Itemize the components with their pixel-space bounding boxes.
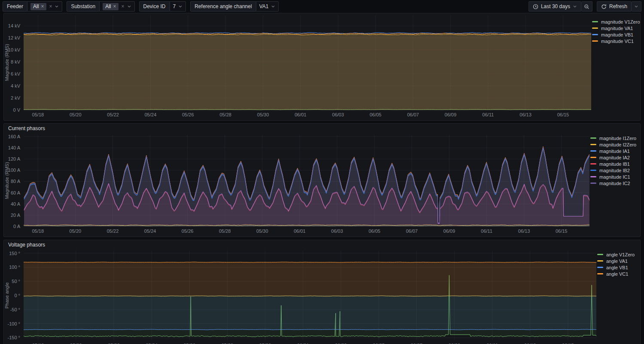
refresh-interval-button[interactable] [632, 1, 641, 12]
filter-value-dropdown[interactable]: All × × [27, 1, 62, 12]
dashboard-toolbar: Feeder All × × Substation All × × [0, 0, 644, 13]
legend-label: angle VA1 [606, 259, 628, 264]
legend-item[interactable]: angle VC1 [597, 271, 638, 277]
y-tick-label: 20 A [11, 213, 21, 218]
legend-item[interactable]: magnitude I1Zero [590, 135, 638, 141]
legend-item[interactable]: magnitude I2Zero [590, 141, 638, 148]
x-tick-label: 05/24 [145, 112, 157, 117]
legend-label: magnitude IC2 [599, 181, 630, 186]
legend-item[interactable]: magnitude IA1 [590, 148, 638, 154]
zoom-out-button[interactable] [581, 1, 592, 12]
panel-current-phasors: Current phasors0 A20 A40 A60 A80 A100 A1… [3, 123, 641, 237]
legend-item[interactable]: magnitude IC1 [590, 174, 638, 180]
legend-label: angle VB1 [606, 265, 628, 270]
filter-value-text: 7 [173, 3, 176, 9]
clear-icon[interactable]: × [49, 4, 52, 9]
y-tick-label: 4 kV [11, 83, 21, 88]
x-tick-label: 05/22 [107, 112, 119, 117]
x-tick-label: 05/30 [256, 228, 268, 234]
y-tick-label: 60 A [11, 190, 21, 195]
legend-item[interactable]: magnitude VC1 [592, 38, 638, 44]
x-tick-label: 06/07 [406, 228, 418, 234]
legend-swatch-icon [592, 27, 598, 29]
y-tick-label: 10 kV [8, 47, 21, 52]
legend-item[interactable]: magnitude IB1 [590, 161, 638, 167]
legend-swatch-icon [597, 260, 603, 262]
legend-swatch-icon [590, 144, 596, 145]
clear-icon[interactable]: × [121, 4, 124, 9]
legend-item[interactable]: magnitude IB2 [590, 167, 638, 174]
legend-swatch-icon [590, 150, 596, 152]
legend-label: magnitude IA1 [599, 149, 630, 154]
legend: magnitude I1Zeromagnitude I2Zeromagnitud… [589, 133, 640, 237]
legend-swatch-icon [592, 40, 598, 42]
filter-value-dropdown[interactable]: All × × [100, 1, 134, 12]
x-tick-label: 05/26 [182, 228, 194, 234]
panels-container: 0 V2 kV4 kV6 kV8 kV10 kV12 kV14 kV05/180… [0, 13, 644, 344]
x-tick-label: 06/11 [482, 112, 494, 117]
legend-item[interactable]: magnitude IC2 [590, 180, 638, 186]
remove-tag-icon[interactable]: × [41, 4, 44, 9]
y-tick-label: 12 kV [8, 35, 21, 40]
legend-swatch-icon [597, 254, 603, 255]
x-tick-label: 06/13 [519, 112, 532, 117]
y-axis-title: Magnitude (RMS) [4, 44, 9, 81]
x-tick-label: 06/05 [370, 112, 382, 117]
y-tick-label: -150 ° [8, 335, 20, 340]
legend-item[interactable]: angle VB1 [597, 264, 638, 271]
y-tick-label: -100 ° [8, 321, 20, 326]
legend-item[interactable]: magnitude V1Zero [592, 18, 638, 25]
x-tick-label: 05/28 [219, 228, 231, 234]
y-axis-title: Magnitude (RMS) [4, 162, 9, 199]
legend-item[interactable]: magnitude IA2 [590, 154, 638, 161]
y-tick-label: 100 ° [9, 265, 20, 270]
series-line [24, 262, 596, 262]
series-area [24, 262, 596, 295]
refresh-button[interactable]: Refresh [597, 1, 632, 12]
filter-tag[interactable]: All × [30, 3, 46, 10]
x-tick-label: 05/26 [182, 112, 194, 117]
y-tick-label: 160 A [8, 134, 21, 139]
legend-swatch-icon [590, 163, 596, 164]
y-tick-label: 6 kV [11, 71, 21, 76]
x-tick-label: 06/11 [481, 228, 492, 234]
legend-label: angle V1Zero [606, 252, 635, 257]
panel-title[interactable]: Voltage phasors [4, 240, 640, 250]
filter-value-dropdown[interactable]: VA1 [256, 1, 279, 12]
clock-icon [533, 4, 538, 9]
filter-substation: Substation All × × [67, 1, 134, 12]
legend-label: magnitude IA2 [599, 155, 630, 160]
grafana-dashboard: Feeder All × × Substation All × × [0, 0, 644, 344]
legend-label: magnitude I2Zero [599, 142, 636, 147]
x-tick-label: 05/28 [219, 112, 231, 117]
y-tick-label: 50 ° [12, 279, 20, 284]
y-tick-label: 0 ° [14, 293, 20, 298]
legend-item[interactable]: angle V1Zero [597, 251, 638, 258]
panel-title[interactable]: Current phasors [4, 124, 640, 133]
y-tick-label: 14 kV [8, 23, 21, 28]
chart-voltage-phasors[interactable]: -150 °-100 °-50 °0 °50 °100 °150 °05/180… [4, 250, 596, 344]
y-tick-label: 0 V [13, 107, 20, 113]
filter-device-id: Device ID 7 [139, 1, 186, 12]
x-tick-label: 05/22 [107, 228, 119, 234]
time-range-button[interactable]: Last 30 days [529, 1, 581, 12]
legend-item[interactable]: magnitude VB1 [592, 31, 638, 38]
legend-label: angle VC1 [606, 271, 628, 277]
panel-body: 0 A20 A40 A60 A80 A100 A120 A140 A160 A0… [4, 133, 640, 237]
legend-item[interactable]: magnitude VA1 [592, 25, 638, 31]
y-tick-label: 120 A [8, 156, 21, 161]
remove-tag-icon[interactable]: × [113, 4, 116, 9]
chart-voltage-magnitudes[interactable]: 0 V2 kV4 kV6 kV8 kV10 kV12 kV14 kV05/180… [4, 13, 591, 119]
chevron-down-icon [271, 4, 275, 9]
chart-current-phasors[interactable]: 0 A20 A40 A60 A80 A100 A120 A140 A160 A0… [4, 133, 589, 236]
series-area [24, 295, 596, 330]
chevron-down-icon [127, 4, 131, 9]
filter-tag[interactable]: All × [103, 3, 118, 10]
filter-feeder: Feeder All × × [3, 1, 62, 12]
panel-voltage-phasors: Voltage phasors-150 °-100 °-50 °0 °50 °1… [3, 240, 641, 344]
chevron-down-icon [634, 4, 638, 9]
y-tick-label: -50 ° [10, 307, 20, 312]
legend-label: magnitude V1Zero [601, 19, 640, 24]
filter-value-dropdown[interactable]: 7 [170, 1, 186, 12]
legend-item[interactable]: angle VA1 [597, 258, 638, 264]
